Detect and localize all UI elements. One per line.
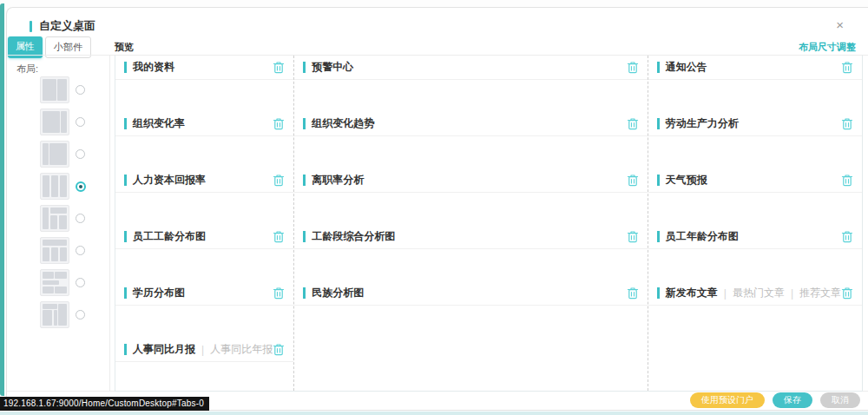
close-icon[interactable]: × [836,18,844,31]
layout-block [54,310,57,326]
widget-header: 人力资本回报率 [115,168,293,193]
page-title: 自定义桌面 [30,18,95,34]
delete-widget-trash-icon[interactable] [841,287,853,300]
widget-card: 员工年龄分布图 [648,225,862,281]
layout-radio-two-columns-wide-right[interactable] [76,149,85,159]
widget-card: 我的资料 [115,56,293,112]
layout-radio-stacked-blocks[interactable] [76,278,85,287]
widget-accent-bar [657,175,660,186]
delete-widget-trash-icon[interactable] [841,61,853,74]
widget-title: 组织变化率 [133,116,185,131]
widget-card: 离职率分析 [294,168,648,225]
widget-title: 员工工龄分布图 [133,229,206,244]
widget-card: 新发布文章|最热门文章|推荐文章 [648,281,862,338]
layout-radio-top-bar-three-columns[interactable] [76,246,85,255]
widget-title: 预警中心 [312,60,353,75]
widget-header: 新发布文章|最热门文章|推荐文章 [648,281,862,306]
widget-accent-bar [124,287,127,299]
widget-title: 人力资本回报率 [133,173,206,188]
widget-header: 天气预报 [648,168,862,193]
layout-block [60,247,67,261]
layout-radio-left-column-with-top-bar[interactable] [76,214,85,223]
widget-title: 离职率分析 [312,173,364,188]
sidebar-divider [109,55,110,392]
layout-radio-two-columns[interactable] [76,85,85,95]
layout-option-three-columns [7,170,109,202]
delete-widget-trash-icon[interactable] [273,287,285,300]
layout-block [50,208,67,214]
preview-column-1: 我的资料组织变化率人力资本回报率员工工龄分布图学历分布图人事同比月报|人事同比年… [115,56,293,391]
widget-title: 新发布文章 [666,286,718,300]
widget-card: 人事同比月报|人事同比年报 [115,338,293,394]
layout-thumbnail-left-column-with-top-bar[interactable] [40,205,69,232]
widget-card: 劳动生产力分析 [648,112,862,168]
layout-thumbnail-three-columns[interactable] [40,173,69,200]
widget-card: 组织变化率 [115,112,293,168]
layout-block [43,208,49,229]
layout-thumbnail-stacked-blocks[interactable] [40,269,69,296]
layout-option-list [7,74,109,331]
cancel-button[interactable]: 取消 [820,392,860,408]
delete-widget-trash-icon[interactable] [273,61,285,74]
layout-block [57,79,67,101]
save-button[interactable]: 保存 [773,392,812,408]
layout-thumbnail-preview [43,304,67,326]
widget-subtitle[interactable]: 人事同比年报 [210,342,273,357]
layout-thumbnail-preview [43,208,67,229]
widget-title-separator: | [201,344,204,356]
page-title-text: 自定义桌面 [39,18,95,34]
delete-widget-trash-icon[interactable] [627,174,639,187]
widget-title-separator: | [724,287,727,300]
layout-block [61,111,67,133]
widget-title: 人事同比月报 [133,342,195,357]
layout-thumbnail-preview [43,79,67,101]
layout-option-two-columns [7,74,109,106]
widget-subtitle[interactable]: 最热门文章 [733,286,785,300]
layout-option-left-column-with-top-bar [7,202,109,234]
widget-title: 民族分析图 [312,286,364,300]
delete-widget-trash-icon[interactable] [841,174,853,187]
layout-thumbnail-top-bar-three-columns[interactable] [40,237,69,264]
layout-block [43,310,52,326]
delete-widget-trash-icon[interactable] [627,117,639,130]
widget-accent-bar [124,62,127,73]
delete-widget-trash-icon[interactable] [273,230,285,243]
layout-thumbnail-two-columns-wide-right[interactable] [40,141,69,168]
layout-resize-link[interactable]: 布局尺寸调整 [799,41,856,54]
preview-column-3: 通知公告劳动生产力分析天气预报员工年龄分布图新发布文章|最热门文章|推荐文章 [648,56,862,391]
delete-widget-trash-icon[interactable] [627,287,639,300]
widget-card: 学历分布图 [115,281,293,338]
widget-accent-bar [303,175,306,186]
delete-widget-trash-icon[interactable] [273,117,285,130]
widget-card: 天气预报 [648,168,862,225]
layout-option-top-bar-three-columns [7,234,109,267]
layout-thumbnail-two-columns[interactable] [40,76,69,103]
widget-header: 工龄段综合分析图 [294,225,648,249]
layout-thumbnail-mixed-grid[interactable] [40,301,69,328]
layout-block [43,304,57,309]
layout-radio-two-columns-wide-left[interactable] [76,117,85,127]
layout-thumbnail-two-columns-wide-left[interactable] [40,109,69,135]
delete-widget-trash-icon[interactable] [273,174,285,187]
delete-widget-trash-icon[interactable] [627,230,639,243]
delete-widget-trash-icon[interactable] [273,343,285,356]
widget-accent-bar [124,344,127,355]
layout-thumbnail-preview [43,240,67,261]
layout-option-two-columns-wide-left [7,106,109,138]
widget-title: 工龄段综合分析图 [312,229,395,244]
delete-widget-trash-icon[interactable] [841,230,853,243]
widget-accent-bar [657,62,660,73]
widget-subtitle[interactable]: 推荐文章 [799,286,841,300]
widget-card: 组织变化趋势 [294,112,648,168]
widget-header: 通知公告 [648,56,862,80]
status-url: 192.168.1.67:9000/Home/CustomDesktop#Tab… [0,397,209,411]
layout-option-two-columns-wide-right [7,138,109,170]
delete-widget-trash-icon[interactable] [841,117,853,130]
preset-button[interactable]: 使用预设门户 [690,392,765,408]
layout-block [49,143,67,165]
layout-radio-mixed-grid[interactable] [76,310,85,319]
delete-widget-trash-icon[interactable] [627,61,639,74]
layout-radio-three-columns-selected[interactable] [76,181,86,192]
layout-thumbnail-preview [43,272,67,293]
widget-card: 工龄段综合分析图 [294,225,648,281]
